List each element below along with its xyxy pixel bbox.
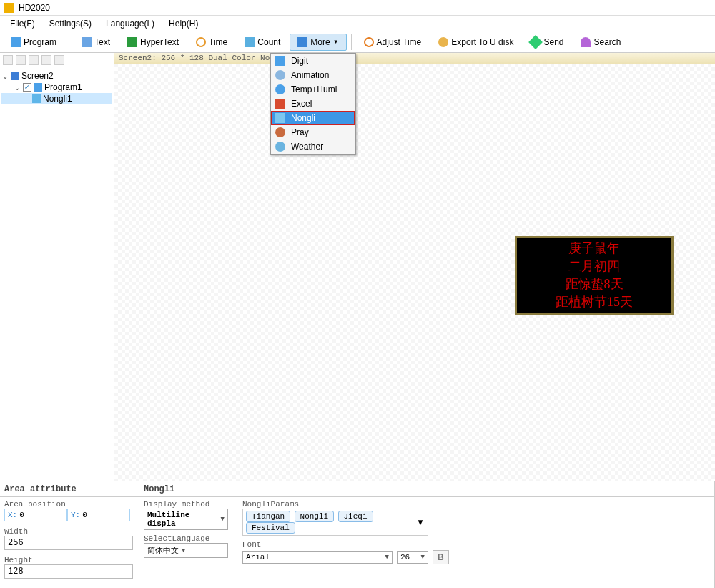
hypertext-button[interactable]: HyperText — [119, 34, 187, 51]
dd-label: Nongli — [291, 113, 315, 123]
language-select[interactable]: 简体中文 ▼ — [144, 543, 228, 558]
time-label: Time — [209, 37, 227, 47]
app-icon — [4, 3, 14, 13]
more-icon — [297, 37, 307, 47]
tree-tool-icon[interactable] — [16, 55, 26, 65]
preview-line: 距惊蛰8天 — [566, 275, 623, 293]
tree-toggle-icon[interactable]: ⌄ — [1, 72, 9, 80]
dropdown-animation[interactable]: Animation — [271, 68, 355, 82]
select-language-label: SelectLanguage — [144, 534, 228, 543]
menu-file[interactable]: File(F) — [3, 16, 42, 31]
animation-icon — [275, 70, 285, 80]
menu-help[interactable]: Help(H) — [162, 16, 205, 31]
font-size-select[interactable]: 26 ▼ — [397, 551, 428, 564]
chevron-down-icon: ▼ — [416, 517, 425, 527]
panel-title: Nongli — [139, 481, 714, 497]
tree-program-node[interactable]: ⌄ ✓ Program1 — [1, 82, 112, 93]
chevron-down-icon: ▼ — [385, 554, 389, 561]
count-button[interactable]: Count — [237, 34, 288, 51]
send-button[interactable]: Send — [523, 34, 571, 51]
param-tag[interactable]: Tiangan — [246, 511, 290, 522]
height-input[interactable]: 128 — [4, 564, 133, 579]
x-input[interactable]: X: 0 — [4, 509, 67, 521]
hourglass-icon — [245, 37, 255, 47]
y-value: 0 — [82, 511, 87, 519]
language-value: 简体中文 — [147, 545, 179, 556]
dd-label: Excel — [291, 99, 312, 109]
more-dropdown: Digit Animation Temp+Humi Excel Nongli P… — [270, 53, 356, 155]
tree-toolbar — [0, 53, 114, 67]
dropdown-temphumi[interactable]: Temp+Humi — [271, 82, 355, 97]
more-button[interactable]: More ▼ — [290, 34, 346, 51]
display-method-select[interactable]: Multiline displa ▼ — [144, 509, 228, 530]
send-icon — [529, 35, 543, 49]
toolbar-sep — [69, 34, 69, 50]
preview-line: 庚子鼠年 — [568, 240, 620, 258]
tree-tool-icon[interactable] — [29, 55, 39, 65]
menu-settings[interactable]: Settings(S) — [42, 16, 99, 31]
display-method-value: Multiline displa — [147, 511, 218, 528]
nongli-panel: Nongli Display method Multiline displa ▼… — [139, 481, 715, 588]
y-label: Y: — [71, 511, 80, 519]
panel-title: Area attribute — [0, 481, 139, 497]
width-input[interactable]: 256 — [4, 536, 133, 550]
param-tag[interactable]: Jieqi — [338, 511, 373, 522]
hypertext-label: HyperText — [140, 37, 179, 47]
time-button[interactable]: Time — [188, 34, 235, 51]
weather-icon — [275, 142, 285, 152]
dropdown-digit[interactable]: Digit — [271, 54, 355, 68]
adjust-time-icon — [364, 37, 374, 47]
display-method-label: Display method — [144, 500, 228, 509]
tree-label: Screen2 — [21, 71, 54, 81]
tree-nongli-node[interactable]: Nongli1 — [1, 93, 112, 104]
param-tag[interactable]: Nongli — [295, 511, 335, 522]
tree-panel: ⌄ Screen2 ⌄ ✓ Program1 Nongli1 — [0, 53, 114, 481]
program-icon — [34, 83, 42, 92]
text-label: Text — [94, 37, 110, 47]
title-bar: HD2020 — [0, 0, 715, 16]
area-position-label: Area position — [4, 500, 134, 509]
program-label: Program — [24, 37, 56, 47]
params-select[interactable]: Tiangan Nongli Jieqi Festival ▼ — [242, 509, 428, 536]
tree-tool-icon[interactable] — [3, 55, 13, 65]
dd-label: Temp+Humi — [291, 84, 337, 94]
checkbox-icon[interactable]: ✓ — [23, 83, 31, 92]
canvas-header: Screen2: 256 * 128 Dual Color No graylev… — [114, 53, 715, 64]
bottom-panels: Area attribute Area position X: 0 Y: 0 W… — [0, 481, 715, 588]
tree-tool-icon[interactable] — [41, 55, 51, 65]
thermometer-icon — [275, 84, 285, 94]
count-label: Count — [257, 37, 280, 47]
tree-toggle-icon[interactable]: ⌄ — [14, 84, 21, 92]
adjust-time-label: Adjust Time — [377, 37, 422, 47]
tree-label: Program1 — [44, 82, 82, 92]
search-button[interactable]: Search — [573, 34, 628, 51]
y-input[interactable]: Y: 0 — [67, 509, 130, 521]
dropdown-nongli[interactable]: Nongli — [271, 111, 355, 125]
preview-line: 距植树节15天 — [556, 293, 633, 311]
text-button[interactable]: Text — [74, 34, 118, 51]
bold-button[interactable]: B — [433, 550, 449, 564]
dd-label: Weather — [291, 142, 323, 152]
toolbar-sep — [351, 34, 352, 50]
pray-icon — [275, 127, 285, 137]
width-label: Width — [4, 527, 134, 536]
tree-tool-icon[interactable] — [54, 55, 64, 65]
param-tag[interactable]: Festival — [246, 522, 295, 534]
font-name-value: Arial — [246, 553, 270, 562]
screen-icon — [11, 72, 19, 80]
tree-screen-node[interactable]: ⌄ Screen2 — [1, 70, 112, 82]
adjust-time-button[interactable]: Adjust Time — [356, 34, 430, 51]
tree: ⌄ Screen2 ⌄ ✓ Program1 Nongli1 — [0, 67, 114, 107]
menu-language[interactable]: Language(L) — [99, 16, 162, 31]
export-button[interactable]: Export To U disk — [430, 34, 521, 51]
font-name-select[interactable]: Arial ▼ — [242, 551, 393, 564]
more-label: More — [310, 37, 330, 47]
params-label: NongliParams — [242, 500, 449, 509]
dropdown-pray[interactable]: Pray — [271, 125, 355, 139]
area-attribute-panel: Area attribute Area position X: 0 Y: 0 W… — [0, 481, 139, 588]
program-button[interactable]: Program — [3, 34, 64, 51]
preview-line: 二月初四 — [568, 258, 620, 275]
dropdown-weather[interactable]: Weather — [271, 139, 355, 154]
dropdown-excel[interactable]: Excel — [271, 97, 355, 111]
font-label: Font — [242, 540, 449, 549]
